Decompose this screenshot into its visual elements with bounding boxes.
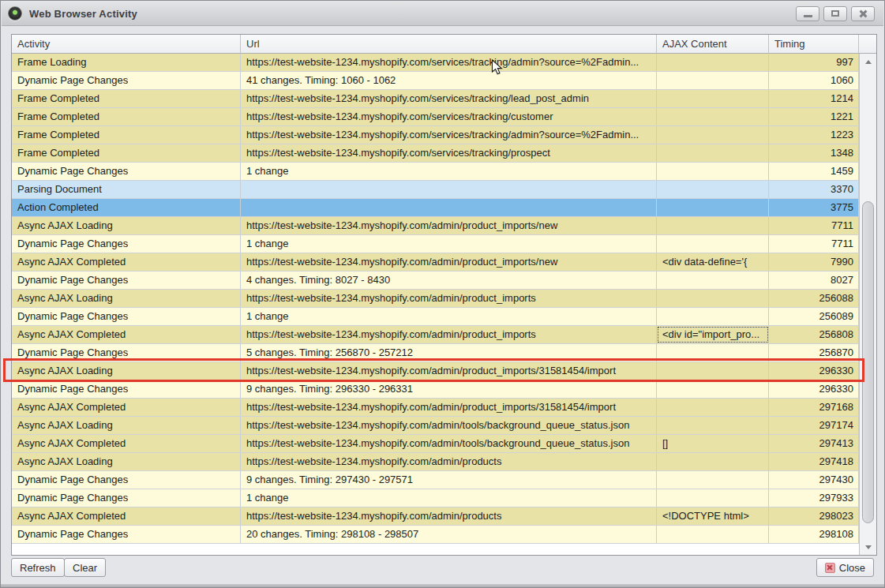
- cell-timing[interactable]: 296330: [769, 362, 859, 380]
- cell-timing[interactable]: 256870: [769, 344, 859, 361]
- cell-timing[interactable]: 1214: [769, 90, 859, 107]
- cell-timing[interactable]: 297418: [769, 453, 859, 470]
- table-row[interactable]: Async AJAX Loadinghttps://test-website-1…: [12, 362, 859, 380]
- cell-ajax[interactable]: <div id="import_pro...: [657, 326, 769, 343]
- cell-url[interactable]: https://test-website-1234.myshopify.com/…: [241, 507, 657, 525]
- cell-timing[interactable]: 298023: [769, 507, 859, 525]
- column-header-timing[interactable]: Timing: [769, 35, 859, 54]
- cell-activity[interactable]: Dynamic Page Changes: [12, 308, 241, 325]
- cell-activity[interactable]: Parsing Document: [12, 181, 241, 198]
- cell-activity[interactable]: Dynamic Page Changes: [12, 526, 241, 543]
- cell-url[interactable]: [241, 181, 657, 198]
- cell-ajax[interactable]: [657, 90, 769, 107]
- cell-url[interactable]: 1 change: [241, 163, 657, 180]
- cell-activity[interactable]: Async AJAX Completed: [12, 326, 241, 343]
- table-row[interactable]: Frame Completedhttps://test-website-1234…: [12, 108, 859, 126]
- maximize-button[interactable]: [823, 6, 847, 21]
- cell-ajax[interactable]: [657, 144, 769, 162]
- cell-ajax[interactable]: [657, 235, 769, 253]
- cell-ajax[interactable]: [657, 181, 769, 198]
- cell-timing[interactable]: 997: [769, 54, 859, 71]
- cell-ajax[interactable]: [657, 344, 769, 361]
- cell-ajax[interactable]: [657, 362, 769, 380]
- cell-timing[interactable]: 1348: [769, 144, 859, 162]
- cell-url[interactable]: 1 change: [241, 308, 657, 325]
- cell-timing[interactable]: 3775: [769, 199, 859, 216]
- cell-activity[interactable]: Frame Completed: [12, 90, 241, 107]
- table-row[interactable]: Dynamic Page Changes20 changes. Timing: …: [12, 526, 859, 544]
- cell-ajax[interactable]: [657, 199, 769, 216]
- cell-url[interactable]: 1 change: [241, 489, 657, 507]
- cell-activity[interactable]: Async AJAX Loading: [12, 417, 241, 434]
- cell-url[interactable]: https://test-website-1234.myshopify.com/…: [241, 144, 657, 162]
- table-row[interactable]: Dynamic Page Changes41 changes. Timing: …: [12, 72, 859, 90]
- cell-ajax[interactable]: [657, 380, 769, 398]
- titlebar[interactable]: Web Browser Activity: [2, 2, 883, 26]
- table-row[interactable]: Async AJAX Completedhttps://test-website…: [12, 326, 859, 344]
- cell-url[interactable]: https://test-website-1234.myshopify.com/…: [241, 90, 657, 107]
- table-row[interactable]: Async AJAX Loadinghttps://test-website-1…: [12, 290, 859, 308]
- cell-ajax[interactable]: [657, 489, 769, 507]
- column-header-url[interactable]: Url: [241, 35, 657, 54]
- cell-activity[interactable]: Async AJAX Completed: [12, 253, 241, 271]
- table-row[interactable]: Frame Completedhttps://test-website-1234…: [12, 90, 859, 108]
- cell-timing[interactable]: 296330: [769, 380, 859, 398]
- cell-timing[interactable]: 1459: [769, 163, 859, 180]
- cell-activity[interactable]: Dynamic Page Changes: [12, 471, 241, 489]
- cell-timing[interactable]: 297933: [769, 489, 859, 507]
- table-row[interactable]: Async AJAX Loadinghttps://test-website-1…: [12, 453, 859, 471]
- cell-ajax[interactable]: <div data-define='{: [657, 253, 769, 271]
- cell-timing[interactable]: 297174: [769, 417, 859, 434]
- table-row[interactable]: Dynamic Page Changes1 change297933: [12, 489, 859, 507]
- cell-url[interactable]: https://test-website-1234.myshopify.com/…: [241, 453, 657, 470]
- cell-activity[interactable]: Frame Completed: [12, 144, 241, 162]
- table-row[interactable]: Dynamic Page Changes1 change7711: [12, 235, 859, 253]
- table-row[interactable]: Frame Loadinghttps://test-website-1234.m…: [12, 54, 859, 72]
- column-header-activity[interactable]: Activity: [12, 35, 241, 54]
- cell-ajax[interactable]: [657, 217, 769, 234]
- cell-activity[interactable]: Async AJAX Loading: [12, 453, 241, 470]
- cell-activity[interactable]: Action Completed: [12, 199, 241, 216]
- table-row[interactable]: Dynamic Page Changes5 changes. Timing: 2…: [12, 344, 859, 362]
- cell-activity[interactable]: Frame Completed: [12, 126, 241, 144]
- cell-activity[interactable]: Dynamic Page Changes: [12, 489, 241, 507]
- close-window-button[interactable]: [851, 6, 875, 21]
- cell-activity[interactable]: Async AJAX Completed: [12, 507, 241, 525]
- cell-timing[interactable]: 297168: [769, 399, 859, 416]
- cell-timing[interactable]: 298108: [769, 526, 859, 543]
- cell-url[interactable]: https://test-website-1234.myshopify.com/…: [241, 417, 657, 434]
- cell-activity[interactable]: Frame Completed: [12, 108, 241, 125]
- cell-ajax[interactable]: <!DOCTYPE html>: [657, 507, 769, 525]
- cell-timing[interactable]: 3370: [769, 181, 859, 198]
- table-row[interactable]: Async AJAX Completedhttps://test-website…: [12, 253, 859, 272]
- cell-ajax[interactable]: [657, 453, 769, 470]
- cell-timing[interactable]: 1223: [769, 126, 859, 144]
- cell-activity[interactable]: Async AJAX Completed: [12, 399, 241, 416]
- table-row[interactable]: Dynamic Page Changes1 change256089: [12, 308, 859, 326]
- table-row[interactable]: Dynamic Page Changes9 changes. Timing: 2…: [12, 471, 859, 489]
- cell-timing[interactable]: 256088: [769, 290, 859, 307]
- refresh-button[interactable]: Refresh: [11, 558, 65, 577]
- table-row[interactable]: Dynamic Page Changes9 changes. Timing: 2…: [12, 380, 859, 399]
- column-header-ajax[interactable]: AJAX Content: [657, 35, 769, 54]
- table-row[interactable]: Async AJAX Loadinghttps://test-website-1…: [12, 217, 859, 235]
- table-row[interactable]: Frame Completedhttps://test-website-1234…: [12, 144, 859, 163]
- cell-url[interactable]: https://test-website-1234.myshopify.com/…: [241, 253, 657, 271]
- cell-url[interactable]: https://test-website-1234.myshopify.com/…: [241, 290, 657, 307]
- cell-activity[interactable]: Async AJAX Completed: [12, 435, 241, 452]
- cell-activity[interactable]: Async AJAX Loading: [12, 362, 241, 380]
- cell-url[interactable]: https://test-website-1234.myshopify.com/…: [241, 217, 657, 234]
- cell-ajax[interactable]: [657, 126, 769, 144]
- cell-activity[interactable]: Dynamic Page Changes: [12, 380, 241, 398]
- scroll-down-button[interactable]: [860, 539, 876, 555]
- cell-url[interactable]: 5 changes. Timing: 256870 - 257212: [241, 344, 657, 361]
- cell-url[interactable]: https://test-website-1234.myshopify.com/…: [241, 435, 657, 452]
- cell-url[interactable]: https://test-website-1234.myshopify.com/…: [241, 362, 657, 380]
- cell-url[interactable]: 41 changes. Timing: 1060 - 1062: [241, 72, 657, 89]
- cell-ajax[interactable]: [657, 108, 769, 125]
- cell-activity[interactable]: Dynamic Page Changes: [12, 72, 241, 89]
- cell-ajax[interactable]: [657, 526, 769, 543]
- cell-activity[interactable]: Frame Loading: [12, 54, 241, 71]
- table-row[interactable]: Async AJAX Loadinghttps://test-website-1…: [12, 417, 859, 435]
- cell-timing[interactable]: 297430: [769, 471, 859, 489]
